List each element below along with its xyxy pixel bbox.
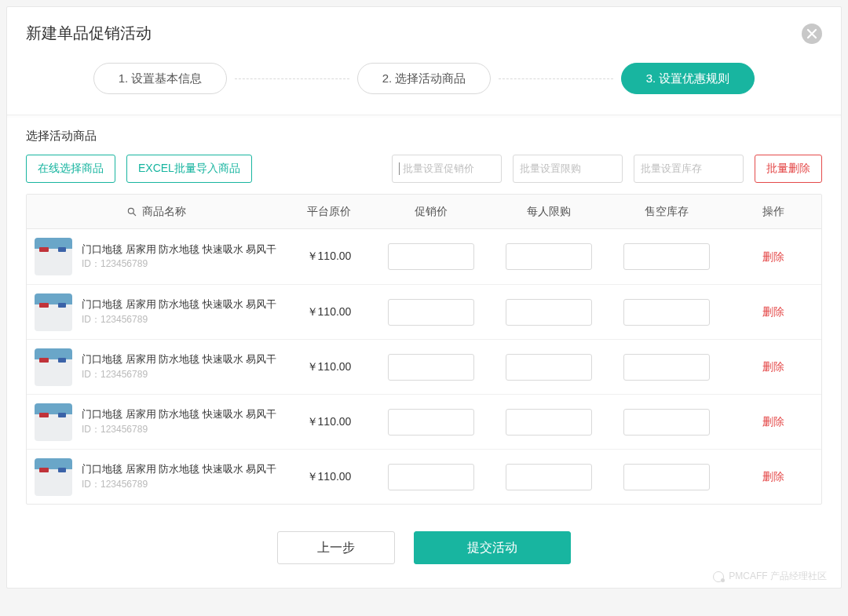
promo-price-input[interactable] bbox=[388, 354, 474, 381]
th-limit: 每人限购 bbox=[490, 205, 608, 219]
batch-stock-input[interactable]: 批量设置库存 bbox=[634, 155, 744, 183]
step-line bbox=[235, 78, 349, 79]
svg-point-0 bbox=[128, 208, 133, 213]
product-cell: 门口地毯 居家用 防水地毯 快速吸水 易风干ID：123456789 bbox=[27, 348, 286, 386]
footer: 上一步 提交活动 bbox=[7, 505, 841, 572]
product-id: ID：123456789 bbox=[82, 313, 276, 326]
batch-limit-input[interactable]: 批量设置限购 bbox=[513, 155, 623, 183]
text-cursor-icon bbox=[399, 162, 400, 175]
platform-price: ￥110.00 bbox=[286, 470, 372, 484]
table-row: 门口地毯 居家用 防水地毯 快速吸水 易风干ID：123456789￥110.0… bbox=[27, 229, 821, 284]
section-title: 选择活动商品 bbox=[26, 129, 822, 144]
promo-price-input[interactable] bbox=[388, 243, 474, 270]
step-1[interactable]: 1. 设置基本信息 bbox=[93, 63, 227, 94]
product-cell: 门口地毯 居家用 防水地毯 快速吸水 易风干ID：123456789 bbox=[27, 293, 286, 331]
limit-input[interactable] bbox=[506, 299, 592, 326]
product-thumbnail bbox=[35, 403, 72, 441]
table-header: 商品名称 平台原价 促销价 每人限购 售空库存 操作 bbox=[27, 195, 821, 229]
step-line bbox=[499, 78, 613, 79]
platform-price: ￥110.00 bbox=[286, 250, 372, 264]
table-row: 门口地毯 居家用 防水地毯 快速吸水 易风干ID：123456789￥110.0… bbox=[27, 339, 821, 394]
product-name: 门口地毯 居家用 防水地毯 快速吸水 易风干 bbox=[82, 462, 276, 476]
table-row: 门口地毯 居家用 防水地毯 快速吸水 易风干ID：123456789￥110.0… bbox=[27, 449, 821, 504]
select-online-button[interactable]: 在线选择商品 bbox=[26, 155, 115, 183]
placeholder: 批量设置促销价 bbox=[403, 162, 474, 176]
delete-link[interactable]: 删除 bbox=[762, 305, 784, 318]
brand-icon bbox=[713, 571, 724, 582]
batch-promo-input[interactable]: 批量设置促销价 bbox=[392, 155, 502, 183]
limit-input[interactable] bbox=[506, 464, 592, 490]
product-thumbnail bbox=[35, 458, 72, 496]
platform-price: ￥110.00 bbox=[286, 415, 372, 429]
batch-delete-button[interactable]: 批量删除 bbox=[755, 155, 822, 183]
product-cell: 门口地毯 居家用 防水地毯 快速吸水 易风干ID：123456789 bbox=[27, 458, 286, 496]
th-op: 操作 bbox=[726, 205, 821, 219]
toolbar: 在线选择商品 EXCEL批量导入商品 批量设置促销价 批量设置限购 批量设置库存… bbox=[7, 155, 841, 194]
product-cell: 门口地毯 居家用 防水地毯 快速吸水 易风干ID：123456789 bbox=[27, 403, 286, 441]
stock-input[interactable] bbox=[623, 299, 710, 326]
modal-title: 新建单品促销活动 bbox=[26, 23, 152, 44]
delete-link[interactable]: 删除 bbox=[762, 415, 784, 428]
th-stock: 售空库存 bbox=[608, 205, 726, 219]
placeholder: 批量设置库存 bbox=[641, 162, 702, 176]
product-thumbnail bbox=[35, 293, 72, 331]
delete-link[interactable]: 删除 bbox=[762, 250, 784, 263]
placeholder: 批量设置限购 bbox=[520, 162, 581, 176]
product-id: ID：123456789 bbox=[82, 423, 276, 436]
step-2[interactable]: 2. 选择活动商品 bbox=[357, 63, 491, 94]
table-row: 门口地毯 居家用 防水地毯 快速吸水 易风干ID：123456789￥110.0… bbox=[27, 284, 821, 339]
section-divider bbox=[7, 115, 841, 122]
product-id: ID：123456789 bbox=[82, 257, 276, 271]
brand-note: PMCAFF 产品经理社区 bbox=[713, 570, 827, 583]
product-cell: 门口地毯 居家用 防水地毯 快速吸水 易风干ID：123456789 bbox=[27, 238, 286, 275]
platform-price: ￥110.00 bbox=[286, 305, 372, 319]
close-icon[interactable] bbox=[802, 24, 822, 44]
th-price: 平台原价 bbox=[286, 205, 372, 219]
modal-header: 新建单品促销活动 bbox=[7, 7, 841, 52]
product-thumbnail bbox=[35, 348, 72, 386]
section: 选择活动商品 bbox=[7, 129, 841, 144]
product-name: 门口地毯 居家用 防水地毯 快速吸水 易风干 bbox=[82, 297, 276, 312]
product-thumbnail bbox=[35, 238, 72, 275]
limit-input[interactable] bbox=[506, 354, 592, 381]
promo-price-input[interactable] bbox=[388, 299, 474, 326]
submit-button[interactable]: 提交活动 bbox=[414, 531, 571, 564]
prev-button[interactable]: 上一步 bbox=[277, 531, 395, 564]
steps: 1. 设置基本信息 2. 选择活动商品 3. 设置优惠规则 bbox=[7, 52, 841, 115]
promotion-modal: 新建单品促销活动 1. 设置基本信息 2. 选择活动商品 3. 设置优惠规则 选… bbox=[6, 6, 842, 589]
limit-input[interactable] bbox=[506, 409, 592, 436]
product-name: 门口地毯 居家用 防水地毯 快速吸水 易风干 bbox=[82, 352, 276, 366]
stock-input[interactable] bbox=[623, 409, 710, 436]
product-id: ID：123456789 bbox=[82, 478, 276, 491]
product-name: 门口地毯 居家用 防水地毯 快速吸水 易风干 bbox=[82, 407, 276, 421]
promo-price-input[interactable] bbox=[388, 464, 474, 490]
product-name: 门口地毯 居家用 防水地毯 快速吸水 易风干 bbox=[82, 242, 276, 257]
limit-input[interactable] bbox=[506, 243, 592, 270]
excel-import-button[interactable]: EXCEL批量导入商品 bbox=[126, 155, 252, 183]
delete-link[interactable]: 删除 bbox=[762, 360, 784, 373]
svg-line-1 bbox=[133, 213, 136, 215]
step-3[interactable]: 3. 设置优惠规则 bbox=[621, 63, 755, 94]
stock-input[interactable] bbox=[623, 243, 710, 270]
th-promo: 促销价 bbox=[372, 205, 490, 219]
search-icon bbox=[126, 206, 137, 217]
th-name: 商品名称 bbox=[27, 205, 286, 219]
promo-price-input[interactable] bbox=[388, 409, 474, 436]
table-row: 门口地毯 居家用 防水地毯 快速吸水 易风干ID：123456789￥110.0… bbox=[27, 394, 821, 449]
products-table: 商品名称 平台原价 促销价 每人限购 售空库存 操作 门口地毯 居家用 防水地毯… bbox=[26, 194, 822, 505]
product-id: ID：123456789 bbox=[82, 368, 276, 381]
stock-input[interactable] bbox=[623, 354, 710, 381]
table-body: 门口地毯 居家用 防水地毯 快速吸水 易风干ID：123456789￥110.0… bbox=[27, 229, 821, 504]
delete-link[interactable]: 删除 bbox=[762, 470, 784, 483]
platform-price: ￥110.00 bbox=[286, 360, 372, 374]
stock-input[interactable] bbox=[623, 464, 710, 490]
